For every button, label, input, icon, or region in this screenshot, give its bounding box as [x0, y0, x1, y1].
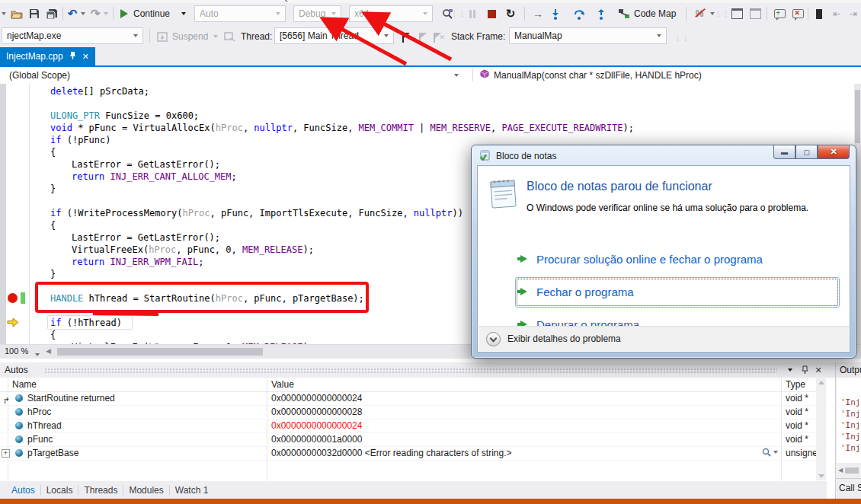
process-combo[interactable]: njectMap.exe: [2, 27, 143, 44]
code-line[interactable]: [34, 195, 50, 207]
code-map-icon[interactable]: [617, 6, 631, 21]
code-line[interactable]: [34, 280, 50, 292]
code-line[interactable]: if (!WriteProcessMemory(hProc, pFunc, Im…: [34, 207, 463, 219]
solution-config-combo[interactable]: Debug: [293, 5, 341, 22]
autos-vscrollbar[interactable]: [816, 378, 826, 480]
close-tab-icon[interactable]: ✕: [82, 52, 89, 62]
hscroll-thumb[interactable]: [57, 348, 263, 356]
dialog-titlebar[interactable]: Bloco de notas: [479, 149, 556, 163]
autos-col-name[interactable]: Name: [12, 378, 37, 391]
code-line[interactable]: {: [34, 329, 56, 341]
menu-item[interactable]: TEST: [347, 0, 369, 2]
code-line[interactable]: return INJ_ERR_CANT_ALLOC_MEM;: [34, 171, 237, 183]
member-combo[interactable]: ManualMap(const char * szDllFile, HANDLE…: [480, 67, 702, 83]
save-all-icon[interactable]: [44, 6, 59, 21]
output-hscrollbar[interactable]: ◀: [837, 466, 861, 475]
code-line[interactable]: {: [34, 219, 56, 231]
autos-scroll-down-icon[interactable]: [818, 474, 824, 478]
code-line[interactable]: delete[] pSrcData;: [34, 85, 149, 97]
menu-item[interactable]: SQL: [277, 0, 293, 2]
autos-row[interactable]: hThread0x0000000000000024void *: [0, 419, 827, 433]
add-comment-icon[interactable]: +: [773, 6, 786, 21]
hscroll-left-arrow-icon[interactable]: ◀: [46, 347, 51, 355]
menu-item[interactable]: EDIT: [41, 0, 60, 2]
undo-icon[interactable]: ↶: [67, 6, 78, 21]
code-line[interactable]: LastError = GetLastError();: [34, 231, 220, 244]
menu-item[interactable]: TOOLS: [306, 0, 334, 2]
debug-tab-modules[interactable]: Modules: [123, 485, 168, 496]
delete-comment-icon[interactable]: ✕: [791, 6, 805, 21]
scope-combo[interactable]: (Global Scope): [9, 67, 459, 83]
flag-current-thread-icon[interactable]: [400, 30, 411, 45]
toolbar-overflow-caret-icon[interactable]: [0, 6, 8, 21]
menu-item[interactable]: HELP: [561, 0, 583, 2]
output-scroll-left-icon[interactable]: ◀: [838, 467, 843, 474]
code-line[interactable]: HANDLE hThread = StartRoutine(hProc, pFu…: [34, 292, 364, 305]
code-line[interactable]: return INJ_ERR_WPM_FAIL;: [34, 256, 203, 268]
toolbar-overflow-dots2-icon[interactable]: ⋮⋮: [719, 6, 725, 21]
autos-menu-caret-icon[interactable]: [786, 366, 794, 374]
menu-item[interactable]: PROJECT: [107, 0, 146, 2]
menu-item[interactable]: DEBUG: [197, 0, 227, 2]
autos-scroll-up-icon[interactable]: [818, 381, 824, 384]
vscroll-thumb[interactable]: [855, 90, 860, 143]
minimize-button[interactable]: ▬: [773, 145, 795, 159]
platform-combo[interactable]: x64: [349, 5, 433, 22]
code-line[interactable]: if (!pFunc): [34, 134, 110, 146]
debug-tab-locals[interactable]: Locals: [41, 485, 78, 496]
tab-injectmap-cpp[interactable]: InjectMap.cpp ✕: [0, 47, 95, 65]
redo-caret-icon[interactable]: [102, 6, 110, 21]
restart-icon[interactable]: ↻: [504, 6, 517, 21]
code-map-button[interactable]: Code Map: [634, 6, 676, 21]
debug-tab-watch-1[interactable]: Watch 1: [170, 485, 214, 496]
text-visualizer-icon[interactable]: [762, 448, 778, 457]
show-next-statement-icon[interactable]: →: [532, 6, 544, 21]
maximize-button[interactable]: ▢: [795, 145, 818, 159]
toolbar-overflow-dots-icon[interactable]: ⋮⋮: [456, 6, 462, 21]
autos-col-type[interactable]: Type: [786, 378, 805, 391]
open-file-icon[interactable]: [9, 6, 24, 21]
continue-caret-icon[interactable]: [180, 6, 187, 21]
undo-caret-icon[interactable]: [79, 6, 87, 21]
zoom-level-combo[interactable]: 100 %: [5, 346, 28, 356]
menu-item[interactable]: TEAM: [240, 0, 264, 2]
autos-pin-icon[interactable]: [800, 365, 809, 375]
code-line[interactable]: }: [34, 183, 56, 195]
expand-icon[interactable]: +: [2, 449, 10, 458]
dialog-footer[interactable]: Exibir detalhes do problema: [479, 326, 849, 351]
code-line[interactable]: VirtualFreeEx(hProc, pFunc, 0, MEM_RELEA…: [34, 244, 314, 256]
menu-item[interactable]: WINDOW: [511, 0, 548, 2]
disable-diagnostics-icon[interactable]: %: [693, 6, 706, 21]
bookmark-icon[interactable]: [814, 6, 824, 21]
autos-close-icon[interactable]: ✕: [814, 365, 823, 375]
autos-col-value[interactable]: Value: [271, 378, 294, 391]
code-line[interactable]: LastError = GetLastError();: [34, 158, 220, 171]
breakpoint-icon[interactable]: [8, 293, 18, 303]
step-into-icon[interactable]: [550, 6, 561, 21]
autos-row[interactable]: +pTargetBase0x00000000032d0000 <Error re…: [0, 446, 827, 461]
autos-row[interactable]: pFunc0x00000000001a0000void *: [0, 432, 827, 447]
menu-item[interactable]: ANALYZE: [460, 0, 498, 2]
redo-icon[interactable]: ↷: [90, 6, 101, 21]
step-over-icon[interactable]: [573, 6, 585, 21]
code-line[interactable]: {: [34, 146, 56, 158]
autos-row[interactable]: hProc0x0000000000000028void *: [0, 405, 827, 419]
code-line[interactable]: }: [34, 268, 56, 280]
autos-header[interactable]: Autos ✕: [0, 362, 861, 378]
debug-tab-autos[interactable]: Autos: [6, 485, 40, 496]
menu-item[interactable]: FILE: [11, 0, 28, 2]
menu-item[interactable]: ARCHITECTURE: [382, 0, 447, 2]
chevron-down-icon[interactable]: [486, 332, 501, 346]
continue-button[interactable]: Continue: [133, 6, 170, 21]
output-panel[interactable]: Outpu 'Inj'Inj'Inj'Inj'Inj ◀ Call St: [835, 362, 861, 499]
menu-item[interactable]: VIEW: [73, 0, 94, 2]
show-details-link[interactable]: Exibir detalhes do problema: [507, 333, 621, 344]
continue-play-icon[interactable]: [120, 6, 129, 21]
save-icon[interactable]: [27, 6, 41, 21]
menu-item[interactable]: BUILD: [160, 0, 184, 2]
command-link-1[interactable]: Fechar o programa: [520, 278, 634, 305]
stack-frame-combo[interactable]: ManualMap: [509, 27, 667, 44]
zoom-caret-icon[interactable]: [34, 347, 41, 362]
step-out-icon[interactable]: [596, 6, 607, 21]
close-button[interactable]: ✕: [818, 145, 850, 159]
